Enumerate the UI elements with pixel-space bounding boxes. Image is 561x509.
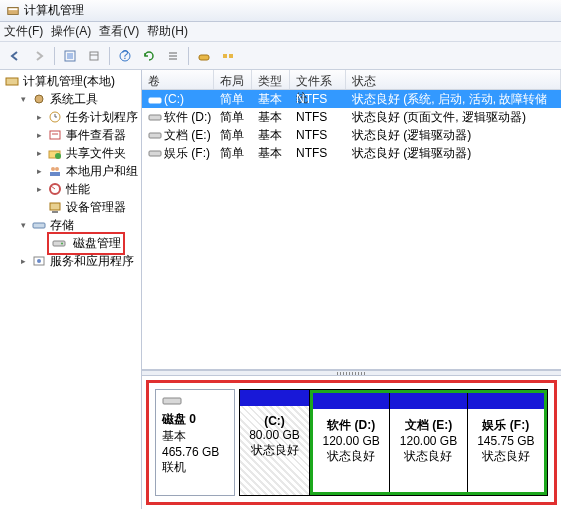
disk-info[interactable]: 磁盘 0 基本 465.76 GB 联机 <box>155 389 235 496</box>
volume-row[interactable]: 文档 (E:) 简单 基本 NTFS 状态良好 (逻辑驱动器) <box>142 126 561 144</box>
tree-devmgr[interactable]: 设备管理器 <box>0 198 141 216</box>
partition-c[interactable]: (C:) 80.00 GB 状态良好 <box>240 390 310 495</box>
tree-shared[interactable]: ▸ 共享文件夹 <box>0 144 141 162</box>
menu-help[interactable]: 帮助(H) <box>147 23 188 40</box>
vol-layout: 简单 <box>214 109 252 126</box>
col-filesystem[interactable]: 文件系统 <box>290 70 346 89</box>
vol-type: 基本 <box>252 91 290 108</box>
part-status: 状态良好 <box>394 448 462 465</box>
action1-button[interactable] <box>193 45 215 67</box>
col-layout[interactable]: 布局 <box>214 70 252 89</box>
expand-icon[interactable]: ▸ <box>34 184 45 195</box>
tree-label: 计算机管理(本地) <box>23 73 115 90</box>
expand-icon[interactable]: ▸ <box>34 130 45 141</box>
forward-button[interactable] <box>28 45 50 67</box>
help-button[interactable]: ? <box>114 45 136 67</box>
col-status[interactable]: 状态 <box>346 70 561 89</box>
menu-view[interactable]: 查看(V) <box>99 23 139 40</box>
expand-icon[interactable]: ▸ <box>18 256 29 267</box>
svg-rect-3 <box>67 53 73 59</box>
volume-header: 卷 布局 类型 文件系统 状态 <box>142 70 561 90</box>
vol-type: 基本 <box>252 109 290 126</box>
vol-fs: NTFS <box>290 128 346 142</box>
highlight-box: 磁盘管理 <box>47 232 125 255</box>
tree-label: 事件查看器 <box>66 127 126 144</box>
tree-label: 磁盘管理 <box>73 236 121 250</box>
vol-fs: NTFS <box>290 110 346 124</box>
vol-type: 基本 <box>252 127 290 144</box>
part-size: 80.00 GB <box>244 428 305 442</box>
svg-point-15 <box>35 95 43 103</box>
vol-layout: 简单 <box>214 145 252 162</box>
expand-icon[interactable]: ▸ <box>34 112 45 123</box>
partition-band <box>390 393 466 409</box>
services-icon <box>31 254 47 268</box>
blank-toggle <box>34 202 45 213</box>
vol-status: 状态良好 (系统, 启动, 活动, 故障转储 <box>346 91 561 108</box>
svg-rect-30 <box>33 223 45 228</box>
tree-localuser[interactable]: ▸ 本地用户和组 <box>0 162 141 180</box>
device-icon <box>47 200 63 214</box>
tree-tasksched[interactable]: ▸ 任务计划程序 <box>0 108 141 126</box>
tree-diskmgmt[interactable]: 磁盘管理 <box>0 234 141 252</box>
vol-layout: 简单 <box>214 91 252 108</box>
svg-rect-11 <box>199 55 209 60</box>
part-status: 状态良好 <box>244 442 305 459</box>
vol-status: 状态良好 (逻辑驱动器) <box>346 145 561 162</box>
extended-partition: 软件 (D:) 120.00 GB 状态良好 文档 (E:) 120.00 GB… <box>310 390 547 495</box>
separator <box>188 47 189 65</box>
col-type[interactable]: 类型 <box>252 70 290 89</box>
svg-point-23 <box>51 167 55 171</box>
tools-icon <box>31 92 47 106</box>
toolbar: ? <box>0 42 561 70</box>
tree-root[interactable]: 计算机管理(本地) <box>0 72 141 90</box>
tree-services[interactable]: ▸ 服务和应用程序 <box>0 252 141 270</box>
refresh-button[interactable] <box>138 45 160 67</box>
svg-rect-38 <box>149 151 161 156</box>
collapse-icon[interactable]: ▾ <box>18 220 29 231</box>
svg-rect-39 <box>163 398 181 404</box>
tree-eventvwr[interactable]: ▸ 事件查看器 <box>0 126 141 144</box>
separator <box>109 47 110 65</box>
expand-icon[interactable]: ▸ <box>34 148 45 159</box>
menu-file[interactable]: 文件(F) <box>4 23 43 40</box>
vol-name: (C:) <box>164 92 184 106</box>
svg-rect-28 <box>50 203 60 210</box>
tree-perf[interactable]: ▸ 性能 <box>0 180 141 198</box>
list-button[interactable] <box>162 45 184 67</box>
vol-name: 文档 (E:) <box>164 128 211 142</box>
users-icon <box>47 164 63 178</box>
back-button[interactable] <box>4 45 26 67</box>
svg-rect-19 <box>50 131 60 139</box>
part-label: (C:) <box>244 414 305 428</box>
volume-row[interactable]: 娱乐 (F:) 简单 基本 NTFS 状态良好 (逻辑驱动器) <box>142 144 561 162</box>
part-label: 软件 (D:) <box>317 417 385 434</box>
tree-label: 本地用户和组 <box>66 163 138 180</box>
action2-button[interactable] <box>217 45 239 67</box>
partition-f[interactable]: 娱乐 (F:) 145.75 GB 状态良好 <box>468 393 544 492</box>
volume-row[interactable]: (C:) 简单 基本 NTFS 状态良好 (系统, 启动, 活动, 故障转储 <box>142 90 561 108</box>
partition-e[interactable]: 文档 (E:) 120.00 GB 状态良好 <box>390 393 467 492</box>
grip-icon <box>337 372 367 375</box>
svg-point-32 <box>61 243 63 245</box>
volume-list: 卷 布局 类型 文件系统 状态 (C:) 简单 基本 NTFS 状态良好 (系统… <box>142 70 561 370</box>
disk-status: 联机 <box>162 459 228 476</box>
clock-icon <box>47 110 63 124</box>
part-label: 文档 (E:) <box>394 417 462 434</box>
up-button[interactable] <box>59 45 81 67</box>
blank-toggle <box>34 238 45 249</box>
svg-text:?: ? <box>122 49 129 62</box>
svg-rect-1 <box>9 8 18 10</box>
part-size: 145.75 GB <box>472 434 540 448</box>
splitter[interactable] <box>142 370 561 376</box>
col-volume[interactable]: 卷 <box>142 70 214 89</box>
view-button[interactable] <box>83 45 105 67</box>
part-size: 120.00 GB <box>394 434 462 448</box>
menu-action[interactable]: 操作(A) <box>51 23 91 40</box>
expand-icon[interactable]: ▸ <box>34 166 45 177</box>
tree-systools[interactable]: ▾ 系统工具 <box>0 90 141 108</box>
collapse-icon[interactable]: ▾ <box>18 94 29 105</box>
svg-rect-37 <box>149 133 161 138</box>
partition-d[interactable]: 软件 (D:) 120.00 GB 状态良好 <box>313 393 390 492</box>
volume-row[interactable]: 软件 (D:) 简单 基本 NTFS 状态良好 (页面文件, 逻辑驱动器) <box>142 108 561 126</box>
